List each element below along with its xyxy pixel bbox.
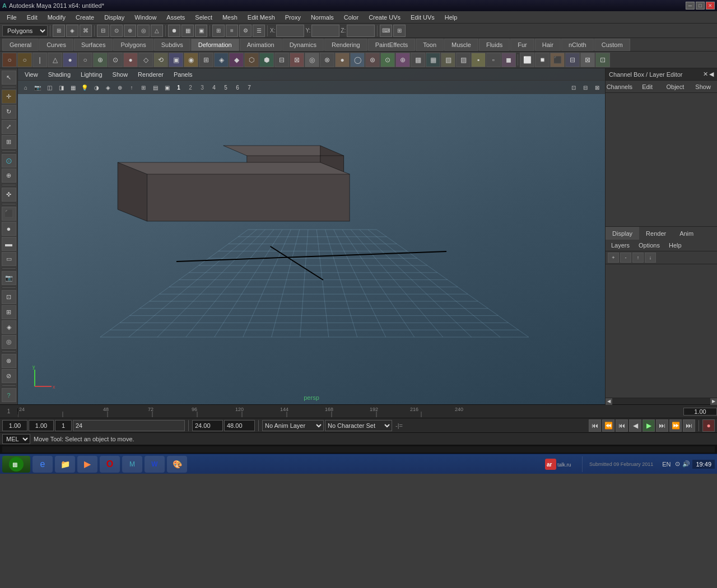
render-region-btn[interactable]: ▦ — [181, 25, 194, 37]
rp-btab-render[interactable]: Render — [639, 227, 673, 240]
shelf-icon-19[interactable]: ⊟ — [274, 53, 289, 67]
layer-move-down-btn[interactable]: ↓ — [645, 253, 656, 263]
z-coord-field[interactable] — [347, 25, 375, 37]
3d-scene-canvas[interactable] — [18, 68, 605, 404]
left-btn-select[interactable]: ↖ — [2, 71, 16, 85]
shelf-icon-18[interactable]: ⬢ — [259, 53, 274, 67]
timeline-frame-input[interactable]: 1.00 — [683, 408, 717, 416]
shelf-icon-3[interactable]: | — [32, 53, 47, 67]
tab-painteffects[interactable]: PaintEffects — [368, 39, 416, 51]
shelf-icon-12[interactable]: ▣ — [169, 53, 183, 67]
menu-proxy[interactable]: Proxy — [281, 13, 305, 22]
left-btn-show-manip[interactable]: ✜ — [2, 188, 16, 202]
taskbar-media-icon[interactable]: ▶ — [77, 456, 97, 473]
go-start-btn[interactable]: ⏮ — [589, 419, 601, 432]
lang-indicator[interactable]: EN — [660, 461, 673, 468]
tab-rendering[interactable]: Rendering — [324, 39, 367, 51]
next-key-btn[interactable]: ⏭ — [656, 419, 668, 432]
menu-display[interactable]: Display — [100, 13, 129, 22]
close-button[interactable]: ✕ — [706, 2, 715, 10]
left-btn-wire[interactable]: ◎ — [2, 335, 16, 349]
range-end-input[interactable] — [29, 420, 54, 431]
rp-btab-display[interactable]: Display — [606, 227, 639, 240]
shelf-icon-40[interactable]: ⊡ — [595, 53, 610, 67]
attr-editor-btn[interactable]: ≡ — [226, 25, 238, 37]
tool-settings-btn[interactable]: ⚙ — [239, 25, 252, 37]
menu-edit[interactable]: Edit — [22, 13, 42, 22]
rp-close-icon[interactable]: ✕ — [703, 71, 708, 78]
left-btn-misc1[interactable]: ⊗ — [2, 354, 16, 368]
scroll-right-arrow[interactable]: ▶ — [710, 398, 717, 405]
left-btn-transform[interactable]: ⊞ — [2, 135, 16, 149]
tab-dynamics[interactable]: Dynamics — [282, 39, 324, 51]
snap-view-btn[interactable]: ◎ — [137, 25, 150, 37]
history-btn[interactable]: ⏺ — [168, 25, 180, 37]
shelf-icon-11[interactable]: ⟲ — [153, 53, 168, 67]
rp-tab-edit[interactable]: Edit — [634, 81, 662, 92]
tab-custom[interactable]: Custom — [594, 39, 630, 51]
maximize-button[interactable]: □ — [696, 2, 705, 10]
left-btn-cube[interactable]: ⬛ — [2, 207, 16, 221]
rp-horizontal-scrollbar[interactable]: ◀ ▶ — [606, 398, 717, 404]
ipr-btn[interactable]: ▣ — [195, 25, 207, 37]
window-controls[interactable]: ─ □ ✕ — [686, 2, 715, 10]
shelf-icon-25[interactable]: ⊛ — [365, 53, 380, 67]
shelf-icon-8[interactable]: ⊙ — [108, 53, 123, 67]
left-btn-misc2[interactable]: ⊘ — [2, 369, 16, 383]
play-back-btn[interactable]: ◀ — [629, 419, 641, 432]
shelf-icon-21[interactable]: ◎ — [305, 53, 319, 67]
shelf-icon-28[interactable]: ▩ — [411, 53, 425, 67]
menu-help[interactable]: Help — [440, 13, 462, 22]
shelf-icon-33[interactable]: ▫ — [486, 53, 501, 67]
tab-hair[interactable]: Hair — [535, 39, 561, 51]
menu-edit-mesh[interactable]: Edit Mesh — [243, 13, 280, 22]
volume-icon[interactable]: 🔊 — [682, 460, 690, 468]
shelf-icon-32[interactable]: ▪ — [471, 53, 486, 67]
left-btn-lattice[interactable]: ⊞ — [2, 305, 16, 319]
snap-point-btn[interactable]: ⊕ — [124, 25, 136, 37]
anim-layer-select[interactable]: No Anim Layer — [262, 420, 324, 431]
rp-opt-help[interactable]: Help — [665, 241, 685, 250]
shelf-icon-7[interactable]: ⊕ — [93, 53, 108, 67]
scroll-left-arrow[interactable]: ◀ — [606, 398, 612, 405]
shelf-icon-36[interactable]: ◽ — [535, 53, 550, 67]
left-btn-scale[interactable]: ⤢ — [2, 120, 16, 134]
shelf-icon-20[interactable]: ⊠ — [290, 53, 304, 67]
rp-tab-object[interactable]: Object — [662, 81, 690, 92]
taskbar-paint-icon[interactable]: 🎨 — [167, 456, 187, 473]
left-btn-camera[interactable]: 📷 — [2, 271, 16, 285]
left-btn-sphere[interactable]: ● — [2, 222, 16, 236]
rp-btab-anim[interactable]: Anim — [673, 227, 700, 240]
shelf-icon-13[interactable]: ◉ — [184, 53, 198, 67]
tab-animation[interactable]: Animation — [240, 39, 282, 51]
select-hierarchy-btn[interactable]: ⊞ — [53, 25, 65, 37]
taskbar-explorer-icon[interactable]: 📁 — [55, 456, 75, 473]
menu-modify[interactable]: Modify — [43, 13, 70, 22]
grid-btn[interactable]: ⊞ — [393, 25, 406, 37]
character-set-select[interactable]: No Character Set — [325, 420, 392, 431]
tab-muscle[interactable]: Muscle — [444, 39, 478, 51]
tab-curves[interactable]: Curves — [39, 39, 73, 51]
taskbar-opera-icon[interactable]: O — [100, 456, 120, 473]
tab-surfaces[interactable]: Surfaces — [74, 39, 113, 51]
mode-selector[interactable]: Polygons Surfaces Dynamics Rendering — [2, 25, 48, 36]
shelf-icon-27[interactable]: ⊕ — [395, 53, 410, 67]
shelf-icon-22[interactable]: ⊗ — [320, 53, 334, 67]
left-btn-cluster[interactable]: ⊡ — [2, 290, 16, 304]
menu-edit-uvs[interactable]: Edit UVs — [406, 13, 439, 22]
timeline[interactable]: 1 24 48 72 96 120 144 168 192 216 240 1.… — [0, 404, 717, 418]
shelf-icon-38[interactable]: ⊟ — [565, 53, 580, 67]
snap-live-btn[interactable]: △ — [151, 25, 163, 37]
menu-select[interactable]: Select — [190, 13, 217, 22]
tab-deformation[interactable]: Deformation — [191, 39, 239, 51]
shelf-icon-15[interactable]: ◈ — [214, 53, 229, 67]
shelf-icon-16[interactable]: ◆ — [229, 53, 244, 67]
left-btn-wrap[interactable]: ◈ — [2, 320, 16, 334]
layer-delete-btn[interactable]: - — [620, 253, 631, 263]
shelf-icon-17[interactable]: ⬡ — [244, 53, 259, 67]
snap-curve-btn[interactable]: ⊙ — [110, 25, 123, 37]
menu-color[interactable]: Color — [339, 13, 363, 22]
shelf-icon-24[interactable]: ◯ — [350, 53, 365, 67]
snap-grid-btn[interactable]: ⊟ — [97, 25, 109, 37]
shelf-icon-39[interactable]: ⊠ — [580, 53, 595, 67]
